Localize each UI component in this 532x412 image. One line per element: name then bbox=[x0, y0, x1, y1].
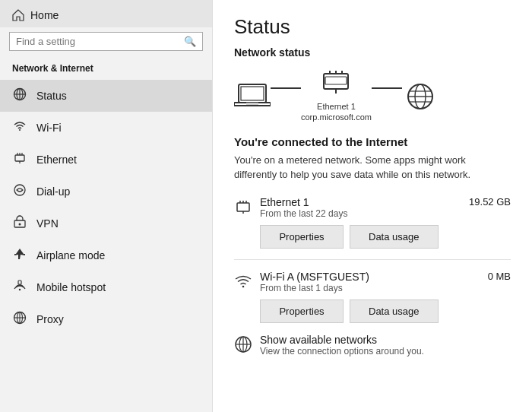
sidebar-item-wifi-label: Wi-Fi bbox=[36, 122, 62, 134]
svg-rect-23 bbox=[246, 103, 258, 105]
ethernet-icon bbox=[12, 151, 27, 168]
hotspot-icon bbox=[12, 279, 27, 296]
card-data-ethernet: 19.52 GB bbox=[469, 196, 511, 208]
ethernet-device: Ethernet 1 corp.microsoft.com bbox=[301, 69, 372, 123]
card-divider bbox=[234, 259, 511, 260]
sidebar-item-dialup-label: Dial-up bbox=[36, 185, 70, 198]
dialup-icon bbox=[12, 183, 27, 200]
laptop-device bbox=[234, 81, 271, 110]
svg-rect-29 bbox=[325, 77, 347, 84]
card-header-ethernet: Ethernet 1 From the last 22 days 19.52 G… bbox=[234, 196, 511, 219]
sidebar-item-hotspot-label: Mobile hotspot bbox=[36, 281, 106, 293]
search-input[interactable] bbox=[16, 36, 184, 47]
sidebar-item-status-label: Status bbox=[36, 90, 67, 102]
sidebar-item-vpn-label: VPN bbox=[36, 217, 59, 230]
show-networks-sub: View the connection options around you. bbox=[260, 346, 424, 357]
card-name-wifi: Wi-Fi A (MSFTGUEST) bbox=[260, 271, 369, 283]
main-content: Status Network status Ethern bbox=[213, 0, 532, 412]
svg-point-12 bbox=[19, 223, 21, 226]
sidebar-item-dialup[interactable]: Dial-up bbox=[0, 176, 212, 208]
sidebar-item-hotspot[interactable]: Mobile hotspot bbox=[0, 271, 212, 303]
sub-text: You're on a metered network. Some apps m… bbox=[234, 153, 511, 182]
sidebar-item-vpn[interactable]: VPN bbox=[0, 208, 212, 239]
card-buttons-ethernet: Properties Data usage bbox=[260, 225, 511, 249]
sidebar-item-status[interactable]: Status bbox=[0, 80, 212, 112]
svg-point-4 bbox=[19, 129, 21, 131]
sidebar-item-ethernet[interactable]: Ethernet bbox=[0, 144, 212, 176]
sidebar-item-airplane-label: Airplane mode bbox=[36, 249, 105, 261]
show-networks-text: Show available networks View the connect… bbox=[260, 334, 424, 357]
network-status-heading: Network status bbox=[234, 46, 511, 59]
network-card-ethernet: Ethernet 1 From the last 22 days 19.52 G… bbox=[234, 196, 511, 249]
show-networks-icon bbox=[234, 335, 252, 356]
search-box: 🔍 bbox=[9, 32, 203, 51]
card-left-wifi: Wi-Fi A (MSFTGUEST) From the last 1 days bbox=[234, 271, 369, 293]
card-info-wifi: Wi-Fi A (MSFTGUEST) From the last 1 days bbox=[260, 271, 369, 293]
show-networks-title: Show available networks bbox=[260, 334, 424, 346]
card-name-ethernet: Ethernet 1 bbox=[260, 196, 347, 208]
card-wifi-icon bbox=[234, 272, 252, 293]
network-card-wifi: Wi-Fi A (MSFTGUEST) From the last 1 days… bbox=[234, 271, 511, 323]
card-sub-ethernet: From the last 22 days bbox=[260, 208, 347, 219]
wifi-icon bbox=[12, 119, 27, 136]
sidebar-item-wifi[interactable]: Wi-Fi bbox=[0, 112, 212, 144]
svg-point-40 bbox=[242, 285, 245, 287]
laptop-icon bbox=[234, 81, 271, 110]
sidebar: Home 🔍 Network & Internet Status bbox=[0, 0, 213, 412]
card-data-wifi: 0 MB bbox=[488, 271, 511, 282]
ethernet-properties-button[interactable]: Properties bbox=[260, 225, 344, 249]
globe-device bbox=[402, 80, 439, 112]
status-icon bbox=[12, 87, 27, 104]
card-ethernet-icon bbox=[234, 198, 252, 218]
line1 bbox=[271, 87, 301, 89]
device-label: Ethernet 1 corp.microsoft.com bbox=[301, 101, 372, 123]
sidebar-item-proxy-label: Proxy bbox=[36, 313, 64, 325]
wifi-properties-button[interactable]: Properties bbox=[260, 299, 344, 323]
ethernet-device-icon bbox=[318, 69, 354, 98]
svg-rect-24 bbox=[324, 74, 348, 89]
ethernet-datausage-button[interactable]: Data usage bbox=[350, 225, 439, 249]
wifi-datausage-button[interactable]: Data usage bbox=[350, 299, 439, 323]
show-networks[interactable]: Show available networks View the connect… bbox=[234, 334, 511, 357]
sidebar-item-ethernet-label: Ethernet bbox=[36, 154, 77, 166]
sidebar-item-proxy[interactable]: Proxy bbox=[0, 303, 212, 335]
home-icon bbox=[12, 9, 24, 21]
svg-rect-5 bbox=[15, 155, 24, 161]
network-diagram: Ethernet 1 corp.microsoft.com bbox=[234, 69, 511, 123]
svg-rect-21 bbox=[241, 87, 264, 100]
proxy-icon bbox=[12, 311, 27, 328]
card-buttons-wifi: Properties Data usage bbox=[260, 299, 511, 323]
sidebar-home-button[interactable]: Home bbox=[0, 0, 212, 27]
svg-point-13 bbox=[19, 289, 21, 290]
vpn-icon bbox=[12, 215, 27, 232]
svg-point-10 bbox=[14, 185, 25, 195]
home-label: Home bbox=[30, 9, 59, 21]
svg-rect-14 bbox=[18, 280, 21, 284]
connected-text: You're connected to the Internet bbox=[234, 135, 511, 148]
page-title: Status bbox=[234, 15, 511, 39]
airplane-icon bbox=[12, 247, 27, 264]
search-icon: 🔍 bbox=[184, 36, 196, 47]
card-sub-wifi: From the last 1 days bbox=[260, 283, 369, 293]
globe-icon bbox=[402, 80, 439, 112]
svg-rect-35 bbox=[237, 203, 249, 211]
card-left-ethernet: Ethernet 1 From the last 22 days bbox=[234, 196, 347, 219]
card-header-wifi: Wi-Fi A (MSFTGUEST) From the last 1 days… bbox=[234, 271, 511, 293]
line2 bbox=[372, 87, 402, 89]
sidebar-item-airplane[interactable]: Airplane mode bbox=[0, 239, 212, 271]
card-info-ethernet: Ethernet 1 From the last 22 days bbox=[260, 196, 347, 219]
section-title: Network & Internet bbox=[0, 59, 212, 80]
